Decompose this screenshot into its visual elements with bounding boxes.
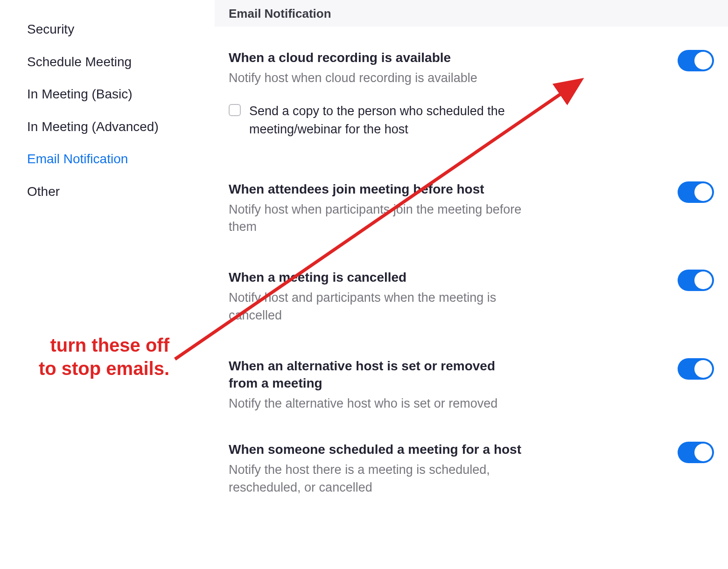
toggle-knob-icon: [694, 52, 712, 69]
setting-title: When a cloud recording is available: [229, 49, 523, 67]
toggle-knob-icon: [694, 360, 712, 378]
setting-title: When attendees join meeting before host: [229, 180, 523, 198]
toggle-alternative-host[interactable]: [678, 358, 714, 380]
toggle-attendees-before-host[interactable]: [678, 181, 714, 203]
sidebar-item-in-meeting-basic[interactable]: In Meeting (Basic): [27, 78, 133, 111]
setting-text: When a meeting is cancelled Notify host …: [229, 269, 523, 324]
sidebar-item-email-notification[interactable]: Email Notification: [27, 143, 128, 175]
setting-text: When someone scheduled a meeting for a h…: [229, 441, 523, 496]
sidebar-item-schedule-meeting[interactable]: Schedule Meeting: [27, 46, 132, 78]
toggle-someone-scheduled[interactable]: [678, 442, 714, 463]
setting-title: When someone scheduled a meeting for a h…: [229, 441, 523, 458]
setting-text: When attendees join meeting before host …: [229, 180, 523, 236]
settings-list: When a cloud recording is available Noti…: [215, 27, 728, 496]
setting-meeting-cancelled: When a meeting is cancelled Notify host …: [229, 269, 714, 324]
setting-attendees-join-before-host: When attendees join meeting before host …: [229, 180, 714, 236]
setting-someone-scheduled: When someone scheduled a meeting for a h…: [229, 441, 714, 496]
toggle-knob-icon: [694, 444, 712, 461]
sidebar-item-security[interactable]: Security: [27, 13, 74, 46]
setting-text: When an alternative host is set or remov…: [229, 357, 523, 413]
sub-option-label: Send a copy to the person who scheduled …: [249, 102, 523, 139]
toggle-knob-icon: [694, 271, 712, 289]
setting-title: When a meeting is cancelled: [229, 269, 523, 286]
setting-title: When an alternative host is set or remov…: [229, 357, 523, 393]
checkbox-icon[interactable]: [229, 104, 241, 116]
setting-desc: Notify host when participants join the m…: [229, 201, 523, 236]
setting-desc: Notify host and participants when the me…: [229, 289, 523, 325]
setting-text: When a cloud recording is available Noti…: [229, 49, 523, 139]
sidebar-item-in-meeting-advanced[interactable]: In Meeting (Advanced): [27, 111, 159, 143]
settings-main: Email Notification When a cloud recordin…: [215, 0, 728, 569]
setting-desc: Notify host when cloud recording is avai…: [229, 69, 523, 87]
sub-option-send-copy[interactable]: Send a copy to the person who scheduled …: [229, 102, 523, 139]
setting-desc: Notify the host there is a meeting is sc…: [229, 461, 523, 497]
settings-sidebar: Security Schedule Meeting In Meeting (Ba…: [0, 0, 215, 569]
toggle-knob-icon: [694, 183, 712, 201]
sidebar-item-other[interactable]: Other: [27, 175, 60, 208]
setting-cloud-recording: When a cloud recording is available Noti…: [229, 49, 714, 139]
section-header: Email Notification: [215, 0, 728, 27]
setting-desc: Notify the alternative host who is set o…: [229, 395, 523, 413]
toggle-cloud-recording[interactable]: [678, 50, 714, 71]
toggle-meeting-cancelled[interactable]: [678, 270, 714, 291]
setting-alternative-host: When an alternative host is set or remov…: [229, 357, 714, 413]
